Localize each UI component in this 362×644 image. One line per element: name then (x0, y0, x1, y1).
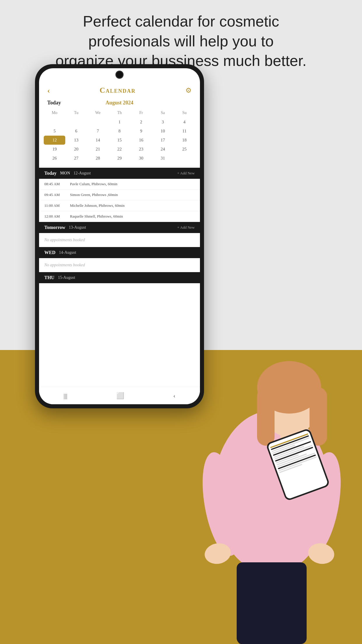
month-year-label: August 2024 (61, 100, 178, 106)
cal-cell-21[interactable]: 21 (87, 145, 109, 154)
cal-cell-8[interactable]: 8 (109, 127, 130, 136)
cal-cell-26[interactable]: 26 (44, 154, 65, 163)
appt-desc-2: Simon Green, Phibrows ,60min (70, 192, 118, 197)
cal-cell-30[interactable]: 30 (130, 154, 152, 163)
cal-cell-12-today[interactable]: 12 (44, 136, 65, 145)
cal-cell-17[interactable]: 17 (152, 136, 173, 145)
appointment-row-3[interactable]: 11:00 AM Michelle Johnson, Phibrows, 60m… (39, 200, 200, 211)
cal-cell-20[interactable]: 20 (65, 145, 87, 154)
calendar-row-2: 5 6 7 8 9 10 11 (44, 127, 195, 136)
today-label[interactable]: Today (47, 100, 61, 106)
weekday-tu: Tu (65, 109, 87, 116)
appt-desc-3: Michelle Johnson, Phibrows, 60min (70, 203, 124, 208)
cal-cell-29[interactable]: 29 (109, 154, 130, 163)
section-wed-header: WED 14-August (39, 247, 200, 258)
cal-cell-5[interactable]: 5 (44, 127, 65, 136)
appt-time-1: 08:45 AM (44, 182, 70, 186)
section-thu-header: THU 15-August (39, 272, 200, 283)
cal-cell-24[interactable]: 24 (152, 145, 173, 154)
svg-rect-11 (238, 615, 264, 644)
cal-cell-22[interactable]: 22 (109, 145, 130, 154)
calendar-grid: Mo Tu We Th Fr Sa Su 1 2 3 4 (39, 107, 200, 165)
appt-time-4: 12:00 AM (44, 214, 70, 219)
section-today-day: MON (60, 171, 70, 176)
section-today-label: Today (44, 171, 57, 176)
cal-cell-25[interactable]: 25 (174, 145, 195, 154)
cal-cell-3[interactable]: 3 (152, 118, 173, 127)
cal-cell-empty (174, 154, 195, 163)
calendar-row-5: 26 27 28 29 30 31 (44, 154, 195, 163)
appt-desc-4: Raquelle Shmell, Phibrows, 60min (70, 214, 123, 219)
appointment-row-1[interactable]: 08:45 AM Pavle Culum, Phibrows, 60min (39, 179, 200, 190)
month-header-row: Today August 2024 (39, 99, 200, 107)
weekday-th: Th (109, 109, 130, 116)
cal-cell-6[interactable]: 6 (65, 127, 87, 136)
cal-cell-18[interactable]: 18 (174, 136, 195, 145)
cal-cell-empty (87, 118, 109, 127)
appointment-row-4[interactable]: 12:00 AM Raquelle Shmell, Phibrows, 60mi… (39, 211, 200, 222)
weekday-su: Su (174, 109, 195, 116)
section-tomorrow-date: 13-August (69, 225, 86, 230)
cal-cell-27[interactable]: 27 (65, 154, 87, 163)
svg-rect-12 (270, 615, 296, 644)
home-button[interactable]: ⬜ (116, 392, 124, 400)
recent-apps-button[interactable]: ||| (64, 392, 67, 400)
cal-cell-10[interactable]: 10 (152, 127, 173, 136)
add-new-today-button[interactable]: + Add New (177, 171, 195, 176)
cal-cell-empty (65, 118, 87, 127)
no-appointments-tomorrow: No appointments booked (39, 233, 200, 247)
headline-line2: profesionals will help you to (88, 33, 274, 50)
person-image (158, 323, 362, 644)
weekday-fr: Fr (130, 109, 152, 116)
cal-cell-13[interactable]: 13 (65, 136, 87, 145)
cal-cell-15[interactable]: 15 (109, 136, 130, 145)
calendar-row-4: 19 20 21 22 23 24 25 (44, 145, 195, 154)
camera-notch (115, 71, 124, 79)
cal-cell-31[interactable]: 31 (152, 154, 173, 163)
headline: Perfect calendar for cosmetic profesiona… (0, 12, 362, 71)
weekday-sa: Sa (152, 109, 173, 116)
add-new-tomorrow-button[interactable]: + Add New (177, 225, 195, 230)
section-thu-label: THU (44, 275, 55, 280)
cal-cell-14[interactable]: 14 (87, 136, 109, 145)
cal-cell-4[interactable]: 4 (174, 118, 195, 127)
cal-cell-2[interactable]: 2 (130, 118, 152, 127)
calendar-row-1: 1 2 3 4 (44, 118, 195, 127)
cal-cell-23[interactable]: 23 (130, 145, 152, 154)
section-today-date: 12-August (73, 171, 91, 176)
section-wed-date: 14-August (59, 250, 76, 255)
no-appointments-wed: No appointments booked (39, 258, 200, 272)
cal-cell-19[interactable]: 19 (44, 145, 65, 154)
calendar-divider (39, 166, 200, 167)
headline-line1: Perfect calendar for cosmetic (83, 13, 279, 30)
section-tomorrow-header: Tomorrow 13-August + Add New (39, 222, 200, 233)
calendar-row-3: 12 13 14 15 16 17 18 (44, 136, 195, 145)
section-today-header: Today MON 12-August + Add New (39, 168, 200, 179)
settings-icon[interactable]: ⚙ (185, 86, 192, 94)
app-title: Calendar (100, 86, 136, 95)
weekday-mo: Mo (44, 109, 65, 116)
calendar-weekday-headers: Mo Tu We Th Fr Sa Su (44, 109, 195, 116)
person-svg (164, 323, 362, 644)
svg-rect-3 (257, 387, 275, 446)
section-thu-date: 15-August (58, 275, 75, 280)
cal-cell-16[interactable]: 16 (130, 136, 152, 145)
cal-cell-empty (44, 118, 65, 127)
appt-time-2: 09:45 AM (44, 192, 70, 197)
cal-cell-9[interactable]: 9 (130, 127, 152, 136)
appt-time-3: 11:00 AM (44, 203, 70, 208)
back-button[interactable]: ‹ (47, 86, 50, 95)
cal-cell-7[interactable]: 7 (87, 127, 109, 136)
cal-cell-28[interactable]: 28 (87, 154, 109, 163)
cal-cell-1[interactable]: 1 (109, 118, 130, 127)
weekday-we: We (87, 109, 109, 116)
section-wed-label: WED (44, 250, 55, 255)
appointment-row-2[interactable]: 09:45 AM Simon Green, Phibrows ,60min (39, 190, 200, 200)
cal-cell-11[interactable]: 11 (174, 127, 195, 136)
appt-desc-1: Pavle Culum, Phibrows, 60min (70, 182, 117, 186)
section-tomorrow-label: Tomorrow (44, 225, 65, 230)
